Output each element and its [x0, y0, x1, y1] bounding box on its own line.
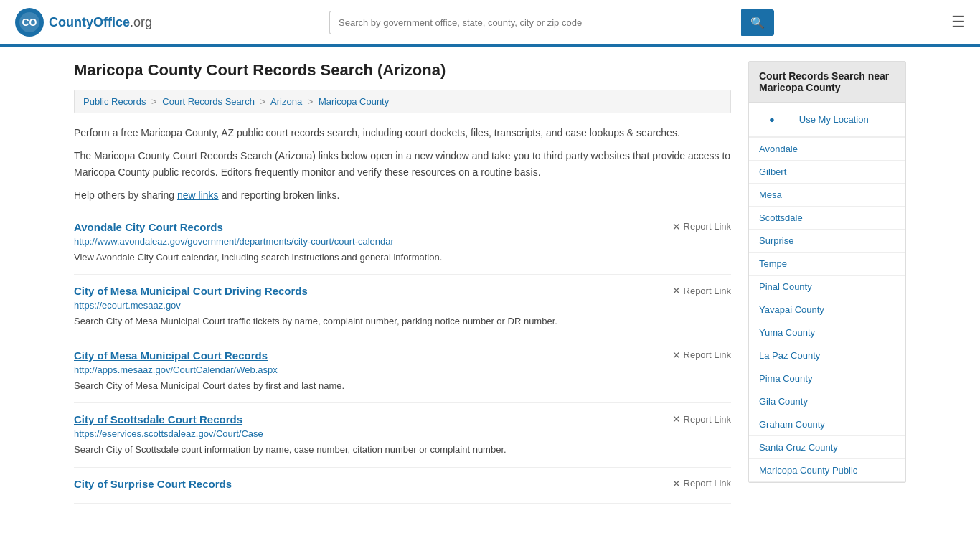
sidebar-list-item[interactable]: Mesa	[749, 184, 905, 207]
search-input[interactable]	[329, 11, 741, 34]
sidebar-list-item[interactable]: Avondale	[749, 138, 905, 161]
report-link[interactable]: ✕ Report Link	[672, 413, 731, 425]
sidebar-list-item[interactable]: Yavapai County	[749, 298, 905, 321]
report-label: Report Link	[684, 286, 731, 296]
content-wrapper: Maricopa County Court Records Search (Ar…	[60, 47, 920, 518]
description-para3: Help others by sharing new links and rep…	[74, 187, 731, 203]
sidebar-list-item[interactable]: Graham County	[749, 413, 905, 436]
sidebar-link[interactable]: Pinal County	[749, 276, 905, 298]
report-link[interactable]: ✕ Report Link	[672, 221, 731, 232]
svg-text:CO: CO	[22, 17, 37, 28]
description-para1: Perform a free Maricopa County, AZ publi…	[74, 125, 731, 141]
sidebar-list-item[interactable]: Maricopa County Public	[749, 459, 905, 482]
sidebar-list-item[interactable]: Pinal County	[749, 276, 905, 298]
site-header: CO CountyOffice.org 🔍 ☰	[0, 0, 980, 47]
report-link[interactable]: ✕ Report Link	[672, 349, 731, 361]
sidebar-link[interactable]: Mesa	[749, 184, 905, 206]
result-desc: Search City of Scottsdale court informat…	[74, 443, 731, 457]
location-label: Use My Location	[789, 108, 879, 131]
sidebar-header: Court Records Search near Maricopa Count…	[749, 62, 905, 103]
sidebar-link[interactable]: Yavapai County	[749, 298, 905, 321]
result-item: City of Surprise Court Records ✕ Report …	[74, 468, 731, 504]
description-para2: The Maricopa County Court Records Search…	[74, 148, 731, 180]
report-label: Report Link	[684, 221, 731, 232]
report-label: Report Link	[684, 349, 731, 360]
page-title: Maricopa County Court Records Search (Ar…	[74, 61, 731, 80]
sidebar-link[interactable]: Avondale	[749, 138, 905, 160]
report-link[interactable]: ✕ Report Link	[672, 285, 731, 296]
result-item: Avondale City Court Records ✕ Report Lin…	[74, 211, 731, 276]
result-title[interactable]: City of Mesa Municipal Court Driving Rec…	[74, 285, 308, 297]
breadcrumb-public-records[interactable]: Public Records	[83, 96, 146, 107]
sidebar-list-item[interactable]: Gilbert	[749, 161, 905, 184]
sidebar-list-item[interactable]: Scottsdale	[749, 207, 905, 230]
report-icon: ✕	[672, 349, 681, 361]
sidebar-link[interactable]: La Paz County	[749, 344, 905, 367]
sidebar-link[interactable]: Gilbert	[749, 161, 905, 183]
report-icon: ✕	[672, 478, 681, 489]
new-links-link[interactable]: new links	[177, 189, 219, 201]
result-desc: Search City of Mesa Municipal Court date…	[74, 379, 731, 393]
report-link[interactable]: ✕ Report Link	[672, 478, 731, 489]
main-content: Maricopa County Court Records Search (Ar…	[74, 61, 731, 504]
sidebar-link[interactable]: Gila County	[749, 390, 905, 413]
logo-area: CO CountyOffice.org	[14, 7, 152, 37]
search-button[interactable]: 🔍	[741, 9, 774, 36]
sidebar-links-list: ● Use My Location AvondaleGilbertMesaSco…	[749, 103, 905, 482]
report-icon: ✕	[672, 285, 681, 296]
result-url[interactable]: https://eservices.scottsdaleaz.gov/Court…	[74, 428, 731, 439]
result-desc: Search City of Mesa Municipal Court traf…	[74, 314, 731, 329]
sidebar-box: Court Records Search near Maricopa Count…	[748, 61, 906, 483]
result-title[interactable]: Avondale City Court Records	[74, 221, 223, 233]
sidebar-link[interactable]: Graham County	[749, 413, 905, 435]
sidebar-list-item[interactable]: Tempe	[749, 253, 905, 276]
sidebar: Court Records Search near Maricopa Count…	[748, 61, 906, 504]
breadcrumb-court-records[interactable]: Court Records Search	[162, 96, 255, 107]
result-item: City of Mesa Municipal Court Records ✕ R…	[74, 339, 731, 404]
sidebar-link[interactable]: Pima County	[749, 367, 905, 390]
search-bar: 🔍	[329, 9, 774, 36]
result-url[interactable]: http://www.avondaleaz.gov/government/dep…	[74, 236, 731, 247]
result-desc: View Avondale City Court calendar, inclu…	[74, 250, 731, 265]
sidebar-use-location[interactable]: ● Use My Location	[749, 103, 905, 138]
report-label: Report Link	[684, 414, 731, 425]
logo-icon: CO	[14, 7, 44, 37]
report-icon: ✕	[672, 221, 681, 232]
breadcrumb-maricopa[interactable]: Maricopa County	[319, 96, 389, 107]
result-title[interactable]: City of Scottsdale Court Records	[74, 413, 242, 425]
result-item: City of Mesa Municipal Court Driving Rec…	[74, 275, 731, 339]
sidebar-list-item[interactable]: Pima County	[749, 367, 905, 390]
sidebar-list-item[interactable]: Santa Cruz County	[749, 436, 905, 459]
breadcrumb-arizona[interactable]: Arizona	[270, 96, 302, 107]
report-label: Report Link	[684, 478, 731, 489]
sidebar-list-item[interactable]: Gila County	[749, 390, 905, 413]
result-title[interactable]: City of Mesa Municipal Court Records	[74, 349, 268, 362]
sidebar-link[interactable]: Maricopa County Public	[749, 459, 905, 481]
breadcrumb: Public Records > Court Records Search > …	[74, 90, 731, 113]
sidebar-link[interactable]: Tempe	[749, 253, 905, 275]
sidebar-link[interactable]: Santa Cruz County	[749, 436, 905, 458]
sidebar-list-item[interactable]: Surprise	[749, 230, 905, 253]
sidebar-link[interactable]: Surprise	[749, 230, 905, 252]
result-item: City of Scottsdale Court Records ✕ Repor…	[74, 403, 731, 468]
logo-text: CountyOffice.org	[49, 15, 152, 30]
menu-button[interactable]: ☰	[951, 13, 966, 32]
results-list: Avondale City Court Records ✕ Report Lin…	[74, 211, 731, 504]
sidebar-link[interactable]: Scottsdale	[749, 207, 905, 229]
report-icon: ✕	[672, 413, 681, 425]
location-icon: ●	[759, 108, 785, 131]
result-title[interactable]: City of Surprise Court Records	[74, 478, 232, 490]
sidebar-link[interactable]: Yuma County	[749, 321, 905, 344]
sidebar-list-item[interactable]: La Paz County	[749, 344, 905, 367]
result-url[interactable]: https://ecourt.mesaaz.gov	[74, 300, 731, 311]
result-url[interactable]: http://apps.mesaaz.gov/CourtCalendar/Web…	[74, 364, 731, 375]
sidebar-list-item[interactable]: Yuma County	[749, 321, 905, 344]
